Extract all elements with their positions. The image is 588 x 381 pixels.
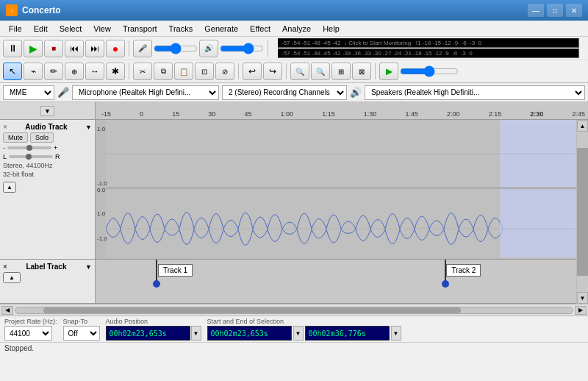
gain-minus-label: - <box>3 144 5 152</box>
mic-icon: 🎤 <box>57 87 69 98</box>
selection-tool[interactable]: ↖ <box>3 63 22 80</box>
label-box-2[interactable]: Track 2 <box>446 264 481 277</box>
solo-button[interactable]: Solo <box>30 132 54 143</box>
label-track-content[interactable]: Track 1 Track 2 <box>96 260 576 303</box>
redo-button[interactable]: ↪ <box>263 63 282 80</box>
pan-thumb[interactable] <box>26 154 32 160</box>
menu-effect[interactable]: Effect <box>244 23 276 35</box>
stop-button[interactable]: ■ <box>44 40 63 57</box>
scroll-thumb[interactable] <box>577 148 588 276</box>
play-at-speed-button[interactable]: ▶ <box>379 63 398 80</box>
waveform-area[interactable]: 1.0 0.0 -1.0 1.0 -1.0 <box>96 120 576 259</box>
audio-position-input[interactable]: 00h02m23,653s <box>106 326 190 341</box>
audio-position-label: Audio Position <box>106 318 201 325</box>
timeline-ruler[interactable]: -15 0 15 30 45 1:00 1:15 1:30 1:45 2:00 … <box>96 102 588 120</box>
status-bar: Stopped. <box>0 342 588 354</box>
envelope-tool[interactable]: ⌁ <box>24 63 43 80</box>
audio-api-select[interactable]: MME <box>3 85 54 100</box>
menu-analyze[interactable]: Analyze <box>276 23 317 35</box>
menu-file[interactable]: File <box>3 23 28 35</box>
scroll-left-button[interactable]: ◀ <box>1 306 13 315</box>
label-track-title-bar: × Label Track ▼ <box>3 263 92 271</box>
draw-tool[interactable]: ✏ <box>44 63 63 80</box>
label-track-menu[interactable]: ▼ <box>85 263 92 271</box>
project-rate-group: Project Rate (Hz): 44100 <box>4 318 57 341</box>
close-button[interactable]: ✕ <box>566 4 582 17</box>
zoom-out-button[interactable]: 🔍 <box>311 63 330 80</box>
timeline-mark-45: 45 <box>244 110 251 118</box>
menu-tracks[interactable]: Tracks <box>163 23 199 35</box>
next-button[interactable]: ⏭ <box>85 40 104 57</box>
vu-meter-1[interactable]: -57 -54 -51 -48 -45 -42 ↓ Click to Start… <box>278 38 579 48</box>
pan-row: L R <box>3 153 92 160</box>
selection-start-input[interactable]: 00h02m23,653s <box>207 326 292 341</box>
h-scroll-track <box>15 307 573 314</box>
audio-track: × Audio Track ▼ Mute Solo - + L <box>0 120 576 260</box>
project-rate-label: Project Rate (Hz): <box>4 318 57 325</box>
input-monitor-btn[interactable]: 🎤 <box>133 40 152 57</box>
audio-pos-down[interactable]: ▼ <box>191 326 201 341</box>
audio-track-menu[interactable]: ▼ <box>85 124 92 131</box>
label-text-1: Track 1 <box>163 266 187 274</box>
vu-meter-2[interactable]: -57 -54 -51 -48 -45 -42 -39 -36 -33 -30 … <box>278 49 579 58</box>
output-device-select[interactable]: Speakers (Realtek High Definiti... <box>365 85 585 100</box>
maximize-button[interactable]: □ <box>547 4 563 17</box>
scroll-up-button[interactable]: ▲ <box>577 120 588 132</box>
menu-view[interactable]: View <box>87 23 117 35</box>
label-box-1[interactable]: Track 1 <box>158 264 193 277</box>
scroll-down-button[interactable]: ▼ <box>577 292 588 304</box>
vu-scale-2: -57 -54 -51 -48 -45 -42 -39 -36 -33 -30 … <box>282 50 473 57</box>
zoom-in-button[interactable]: 🔍 <box>290 63 309 80</box>
scroll-right-button[interactable]: ▶ <box>575 306 587 315</box>
play-speed-slider[interactable] <box>400 66 459 76</box>
horizontal-scrollbar-area: ◀ ▶ <box>0 304 588 316</box>
menu-bar: File Edit Select View Transport Tracks G… <box>0 21 588 37</box>
fit-track-button[interactable]: ⊠ <box>352 63 371 80</box>
pan-slider[interactable] <box>9 155 53 158</box>
cut-button[interactable]: ✂ <box>133 63 152 80</box>
snap-to-select[interactable]: Off <box>63 326 100 341</box>
tools-sep <box>129 63 129 79</box>
output-vol-btn[interactable]: 🔊 <box>199 40 218 57</box>
label-track-expand[interactable]: ▲ <box>3 272 21 283</box>
timeline-mark-230: 2:30 <box>530 110 543 118</box>
audio-track-close[interactable]: × <box>3 123 7 131</box>
pause-button[interactable]: ⏸ <box>3 40 22 57</box>
record-button[interactable]: ● <box>106 40 125 57</box>
menu-transport[interactable]: Transport <box>117 23 163 35</box>
menu-edit[interactable]: Edit <box>28 23 54 35</box>
sel-start-down[interactable]: ▼ <box>293 326 304 341</box>
undo-button[interactable]: ↩ <box>243 63 262 80</box>
multi-tool[interactable]: ✱ <box>106 63 125 80</box>
mute-button[interactable]: Mute <box>3 132 28 143</box>
copy-button[interactable]: ⧉ <box>154 63 173 80</box>
time-shift-tool[interactable]: ↔ <box>85 63 104 80</box>
zoom-tool[interactable]: ⊕ <box>65 63 84 80</box>
trim-button[interactable]: ⊡ <box>195 63 214 80</box>
menu-help[interactable]: Help <box>317 23 345 35</box>
label-track-close[interactable]: × <box>3 263 7 271</box>
sel-end-down[interactable]: ▼ <box>391 326 401 341</box>
scale-0.0-mid: 0.0 <box>97 187 105 193</box>
selection-end-input[interactable]: 00h02m36,776s <box>305 326 390 341</box>
play-button[interactable]: ▶ <box>24 40 43 57</box>
snap-button[interactable]: ▼ <box>40 106 54 116</box>
project-rate-select[interactable]: 44100 <box>4 326 52 341</box>
collapse-track-button[interactable]: ▲ <box>3 182 16 193</box>
output-vol-slider[interactable] <box>220 43 264 54</box>
h-scroll-thumb[interactable] <box>43 307 462 313</box>
prev-button[interactable]: ⏮ <box>65 40 84 57</box>
gain-slider[interactable] <box>7 146 51 149</box>
menu-generate[interactable]: Generate <box>198 23 244 35</box>
input-device-select[interactable]: Microphone (Realtek High Defini... <box>72 85 219 100</box>
menu-select[interactable]: Select <box>54 23 88 35</box>
minimize-button[interactable]: — <box>528 4 544 17</box>
paste-button[interactable]: 📋 <box>174 63 193 80</box>
gain-thumb[interactable] <box>26 145 32 151</box>
input-gain-slider[interactable] <box>154 43 198 54</box>
channels-select[interactable]: 2 (Stereo) Recording Channels <box>222 85 347 100</box>
silence-button[interactable]: ⊘ <box>215 63 234 80</box>
sample-rate: Stereo, 44100Hz <box>3 162 92 171</box>
label-pin-2 <box>442 280 449 288</box>
fit-project-button[interactable]: ⊞ <box>331 63 351 80</box>
